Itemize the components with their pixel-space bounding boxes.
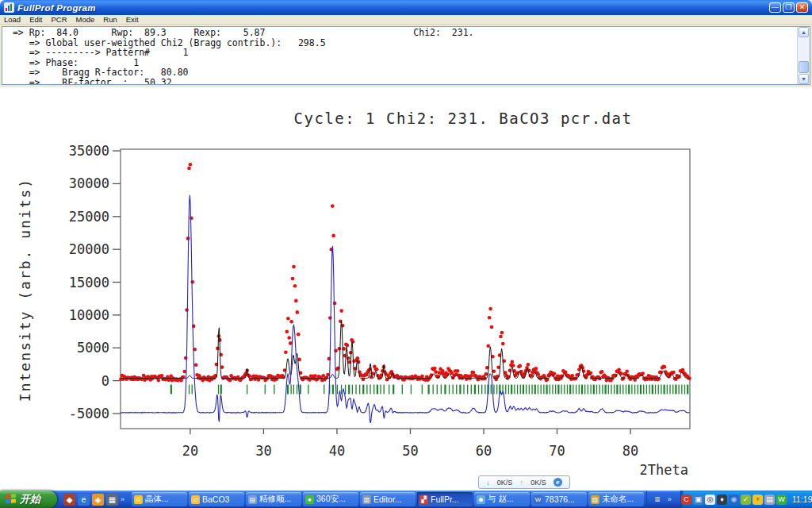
taskbar-button-icon: W (534, 495, 542, 504)
svg-text:20000: 20000 (69, 241, 109, 257)
tray-icon-4[interactable]: ♦ (717, 495, 727, 505)
system-tray: 11:19 C▣◎♦◉✓+▤W (680, 491, 812, 508)
quick-launch-overflow-chevron[interactable]: » (121, 495, 124, 503)
svg-text:40: 40 (329, 443, 345, 459)
svg-text:15000: 15000 (69, 275, 109, 291)
taskbar-button-7[interactable]: ☻与 赵... (474, 492, 530, 506)
chevron-icon: » (668, 495, 672, 503)
observed-series (119, 163, 691, 383)
svg-text:25000: 25000 (69, 209, 109, 225)
y-axis-label: Intensity (arb. units) (17, 178, 33, 402)
language-bar[interactable]: ≣ » (646, 491, 679, 508)
svg-text:30000: 30000 (69, 175, 109, 191)
taskbar-button-label: BaCO3 (202, 495, 229, 504)
download-arrow-icon: ↓ (486, 479, 490, 487)
taskbar-button-icon: ▥ (362, 495, 371, 504)
tray-icon-5[interactable]: ◉ (729, 495, 739, 505)
windows-logo-icon (5, 494, 17, 505)
quick-launch-icon-3[interactable]: ◈ (92, 494, 104, 506)
start-button[interactable]: 开始 (0, 491, 57, 508)
bragg-ticks (171, 385, 688, 394)
rietveld-plot: Cycle: 1 Chi2: 231. BaCO3 pcr.dat-500005… (0, 0, 812, 508)
download-speed: 0K/S (497, 479, 513, 487)
tray-icon-3[interactable]: ◎ (705, 495, 715, 505)
svg-text:50: 50 (402, 443, 418, 459)
taskbar-button-label: 未命名... (602, 494, 634, 505)
taskbar-button-label: 与 赵... (488, 494, 514, 505)
svg-text:20: 20 (182, 443, 198, 459)
net-speed-widget[interactable]: ↓ 0K/S ↑ 0K/S e (478, 475, 570, 489)
taskbar-button-5[interactable]: ▥Editor... (360, 492, 416, 506)
taskbar-button-4[interactable]: ●360安... (303, 492, 358, 506)
globe-icon[interactable]: e (553, 478, 562, 487)
quick-launch-bar: ◆e◈▦» (57, 491, 128, 508)
upload-speed: 0K/S (530, 479, 546, 487)
taskbar-button-icon: ▱ (191, 495, 200, 504)
tray-icon-7[interactable]: + (753, 495, 763, 505)
taskbar-button-icon: ▤ (248, 495, 257, 504)
taskbar-button-icon: ▨ (591, 495, 599, 504)
quick-launch-icon-4[interactable]: ▦ (106, 494, 118, 506)
tray-icon-2[interactable]: ▣ (693, 495, 703, 505)
taskbar-button-label: 晶体... (145, 494, 169, 505)
svg-text:5000: 5000 (77, 340, 109, 356)
language-bar-icon: ≣ (654, 495, 661, 503)
difference-series (121, 195, 690, 423)
taskbar-button-label: 360安... (316, 494, 346, 505)
taskbar-button-label: Editor... (373, 495, 402, 504)
taskbar-button-3[interactable]: ▤精修顺... (246, 492, 301, 506)
calculated-series (121, 321, 690, 379)
tray-icon-1[interactable]: C (681, 495, 691, 505)
tray-icon-6[interactable]: ✓ (741, 495, 751, 505)
tray-icon-9[interactable]: W (776, 495, 787, 505)
start-label: 开始 (20, 492, 40, 506)
internet-explorer-icon[interactable]: e (78, 494, 90, 506)
taskbar-button-icon: ▞ (419, 495, 428, 504)
task-buttons: ☺晶体...▱BaCO3▤精修顺...●360安...▥Editor...▞Fu… (128, 491, 644, 508)
x-axis-label: 2Theta (640, 462, 688, 478)
tray-clock: 11:19 (792, 495, 812, 504)
svg-text:-5000: -5000 (69, 406, 109, 421)
taskbar-button-8[interactable]: W78376... (531, 492, 587, 506)
desktop: FullProf Program — ❐ ✕ Load Edit PCR Mod… (0, 0, 812, 508)
y-axis: -500005000100001500020000250003000035000 (69, 143, 121, 421)
taskbar-button-icon: ☺ (134, 495, 143, 504)
taskbar-button-1[interactable]: ☺晶体... (132, 492, 187, 506)
svg-text:35000: 35000 (69, 143, 109, 159)
quick-launch-icon-1[interactable]: ◆ (63, 494, 75, 506)
tray-icon-8[interactable]: ▤ (764, 495, 775, 505)
taskbar-button-9[interactable]: ▨未命名... (588, 492, 644, 506)
taskbar-button-label: FullPr... (431, 495, 459, 504)
taskbar-button-label: 78376... (545, 495, 575, 504)
svg-text:10000: 10000 (69, 307, 109, 323)
svg-text:0: 0 (102, 373, 109, 389)
taskbar-button-icon: ☻ (477, 495, 485, 504)
taskbar: 开始 ◆e◈▦» ☺晶体...▱BaCO3▤精修顺...●360安...▥Edi… (0, 491, 812, 508)
taskbar-button-2[interactable]: ▱BaCO3 (189, 492, 244, 506)
svg-text:80: 80 (622, 443, 638, 459)
upload-arrow-icon: ↑ (519, 479, 523, 487)
taskbar-button-label: 精修顺... (259, 494, 291, 505)
taskbar-button-6[interactable]: ▞FullPr... (417, 492, 473, 506)
svg-text:60: 60 (476, 443, 492, 459)
svg-text:30: 30 (255, 443, 271, 459)
taskbar-button-icon: ● (305, 495, 314, 504)
chart-frame (121, 149, 690, 429)
chart-title: Cycle: 1 Chi2: 231. BaCO3 pcr.dat (294, 110, 633, 127)
svg-text:70: 70 (549, 443, 565, 459)
x-axis: 20304050607080 (182, 429, 639, 459)
